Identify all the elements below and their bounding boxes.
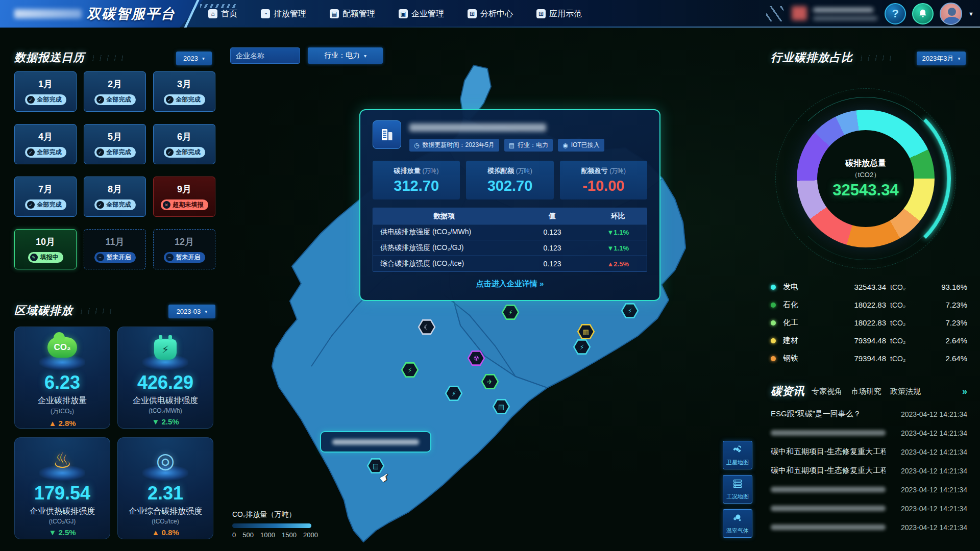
legend-dot [771,356,776,361]
industry-icon: ▤ [509,142,514,149]
month-card-7月[interactable]: 7月✓全部完成 [14,177,77,217]
industry-donut-chart: 碳排放总量 （tCO2） 32543.34 [781,94,950,263]
legend-unit: tCO₂ [890,355,917,363]
nav-item-label: 企业管理 [411,9,444,19]
news-tab-1[interactable]: 专家视角 [812,387,842,396]
nav-item-4[interactable]: ▣企业管理 [399,9,444,19]
popup-stat-1: 碳排放量 (万吨)312.70 [373,161,460,199]
map-layer-button-3[interactable]: 温室气体 [723,509,752,538]
news-title-blurred [771,430,886,436]
stat-unit: (万吨) [422,167,438,174]
news-item-time: 2023-04-12 14:21:34 [901,523,967,532]
news-item[interactable]: 2023-04-12 14:21:34 [771,480,967,499]
notifications-button[interactable] [912,3,934,24]
nav-item-2[interactable]: ◔排放管理 [261,9,306,19]
dashboard-root: 双碳智服平台 ⌂首页◔排放管理▤配额管理▣企业管理⊞分析中心⊞应用示范 ? ▼ [0,0,980,551]
region-title-text: 区域碳排放 [14,304,73,317]
table-cell-delta: ▲2.5% [589,260,647,268]
news-item[interactable]: 碳中和五期项目-生态修复重大工程...2023-04-12 14:21:34 [771,442,967,461]
news-item[interactable]: 2023-04-12 14:21:34 [771,518,967,537]
month-card-8月[interactable]: 8月✓全部完成 [84,177,146,217]
month-card-2月[interactable]: 2月✓全部完成 [84,71,146,112]
table-row: 供电碳排放强度 (tCO₂/MWh)0.123▼1.1% [373,224,647,240]
calendar-year-select[interactable]: 2023 ▾ [176,52,212,65]
calendar-year-value: 2023 [183,55,198,62]
news-title-blurred [771,506,886,511]
news-tab-3[interactable]: 政策法规 [890,387,921,396]
user-avatar[interactable] [940,3,962,25]
nav-item-label: 应用示范 [549,9,582,19]
map-layer-button-1[interactable]: 卫星地图 [723,441,752,469]
popup-stat-2: 模拟配额 (万吨)302.70 [466,161,553,199]
map-button-label: 温室气体 [726,527,749,535]
popup-header: ◷数据更新时间：2023年5月▤行业：电力◉IOT已接入 [373,120,647,152]
news-more-link[interactable]: » [962,386,967,397]
region-period-select[interactable]: 2023-03 ▾ [168,305,215,318]
blurred-badge [792,6,807,20]
legend-unit: tCO₂ [890,283,917,291]
iot-icon: ◉ [562,142,568,149]
region-stat-grid: CO₂6.23企业碳排放量(万tCO₂)▲ 2.8%⚡426.29企业供电碳排强… [14,327,215,539]
stat-icon-zone: ◎ [140,446,191,479]
month-label: 5月 [108,131,122,143]
month-card-5月[interactable]: 5月✓全部完成 [84,124,146,164]
stat-delta: ▲ 2.8% [48,419,76,428]
emission-icon: ◔ [261,9,270,18]
nav-item-1[interactable]: ⌂首页 [208,9,237,19]
popup-badge-industry-icon: ▤行业：电力 [504,139,553,152]
month-card-9月[interactable]: 9月✕超期未填报 [153,177,215,217]
month-card-10月[interactable]: 10月✎填报中 [14,229,77,269]
month-status-badge: ✓全部完成 [25,147,66,158]
legend-percent: 7.23% [917,318,967,327]
industry-filter-select[interactable]: 行业：电力 ▾ [308,47,383,64]
badge-label: 数据更新时间：2023年5月 [422,141,494,149]
month-card-12月[interactable]: 12月−暂未开启 [153,229,215,269]
month-card-6月[interactable]: 6月✓全部完成 [153,124,215,164]
legend-dot [771,320,776,325]
calendar-title-text: 数据报送日历 [14,51,85,64]
legend-name: 建材 [783,336,826,345]
month-card-4月[interactable]: 4月✓全部完成 [14,124,77,164]
industry-legend-row: 建材79394.48tCO₂2.64% [771,332,967,349]
popup-stat-label: 模拟配额 (万吨) [487,166,532,176]
industry-period-select[interactable]: 2023年3月 ▾ [917,52,966,65]
table-cell-value: 0.123 [516,244,590,252]
clock-icon: ◷ [414,142,419,149]
month-status-badge: −暂未开启 [94,252,136,263]
company-name-input[interactable] [230,47,300,64]
month-card-11月[interactable]: 11月−暂未开启 [84,229,146,269]
nav-item-6[interactable]: ⊞应用示范 [536,9,582,19]
industry-section-title: 行业碳排放占比 [771,50,897,65]
map-legend-title: CO₂排放量（万吨） [232,510,318,519]
news-item-title: 碳中和五期项目-生态修复重大工程 [771,466,886,475]
nav-menu: ⌂首页◔排放管理▤配额管理▣企业管理⊞分析中心⊞应用示范 [204,0,582,28]
month-status-badge: ✓全部完成 [25,199,66,210]
user-menu-caret-icon[interactable]: ▼ [968,11,974,17]
news-tab-2[interactable]: 市场研究 [851,387,881,396]
enterprise-detail-link[interactable]: 点击进入企业详情 » [373,279,647,289]
nav-item-5[interactable]: ⊞分析中心 [468,9,513,19]
month-card-3月[interactable]: 3月✓全部完成 [153,71,215,112]
stat-value: 2.31 [148,483,183,504]
chevron-down-icon: ▾ [202,56,205,61]
marker-inner: ☢ [469,352,484,365]
lightning-icon: ⚡ [508,309,512,316]
news-item[interactable]: ESG跟“双碳”是一回事么？2023-04-12 14:21:34 [771,405,967,423]
news-item[interactable]: 碳中和五期项目-生态修复重大工程2023-04-12 14:21:34 [771,461,967,480]
month-label: 1月 [38,78,53,90]
heat-radiator-icon: ♨ [53,446,72,479]
map-layer-button-2[interactable]: 工况地图 [723,475,752,504]
news-item[interactable]: 2023-04-12 14:21:34 [771,423,967,442]
enterprise-popup: ◷数据更新时间：2023年5月▤行业：电力◉IOT已接入 碳排放量 (万吨)31… [359,109,660,301]
help-button[interactable]: ? [885,3,906,24]
news-item[interactable]: 2023-04-12 14:21:34 [771,499,967,518]
badge-label: 行业：电力 [518,141,548,149]
news-title-blurred [771,524,886,530]
status-text: 全部完成 [37,201,62,209]
legend-tick: 0 [232,531,236,539]
status-text: 全部完成 [107,95,131,104]
status-text: 全部完成 [107,148,131,157]
month-card-1月[interactable]: 1月✓全部完成 [14,71,77,112]
nav-item-3[interactable]: ▤配额管理 [330,9,375,19]
marker-inner: ⚡ [503,306,518,319]
